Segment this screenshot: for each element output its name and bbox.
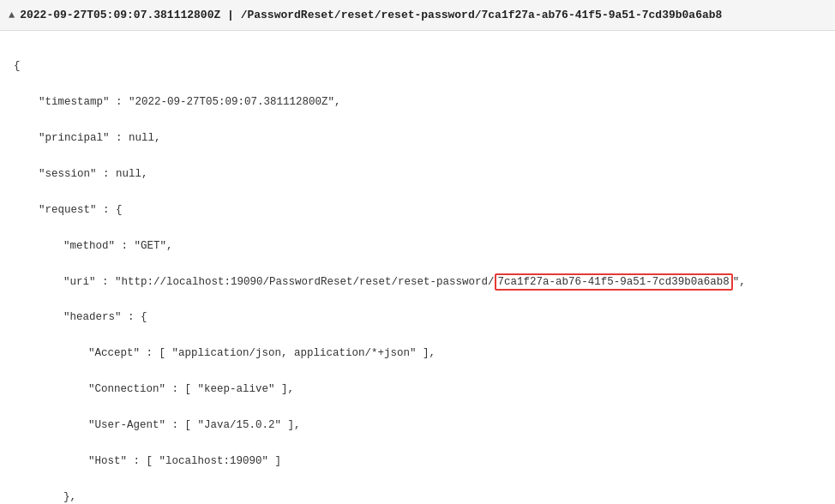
headers-key: "headers" : {	[63, 311, 147, 323]
header-title: 2022-09-27T05:09:07.381112800Z | /Passwo…	[20, 9, 722, 21]
user-agent-key: "User-Agent" : [ "Java/15.0.2" ],	[88, 419, 301, 431]
connection-key: "Connection" : [ "keep-alive" ],	[88, 383, 294, 395]
json-content-area: { "timestamp" : "2022-09-27T05:09:07.381…	[0, 31, 835, 504]
log-entry-header[interactable]: ▲ 2022-09-27T05:09:07.381112800Z | /Pass…	[0, 0, 835, 31]
timestamp-key: "timestamp" : "2022-09-27T05:09:07.38111…	[39, 96, 341, 108]
uri-key: "uri" : "http://localhost:19090/Password…	[63, 273, 746, 291]
collapse-arrow-icon[interactable]: ▲	[9, 9, 15, 21]
uri-highlight: 7ca1f27a-ab76-41f5-9a51-7cd39b0a6ab8	[495, 273, 733, 291]
host-key: "Host" : [ "localhost:19090" ]	[88, 455, 281, 467]
request-key: "request" : {	[39, 204, 123, 216]
principal-key: "principal" : null,	[39, 132, 161, 144]
session-key: "session" : null,	[39, 168, 148, 180]
method-key: "method" : "GET",	[63, 240, 173, 252]
headers-close: },	[63, 491, 76, 503]
json-display: { "timestamp" : "2022-09-27T05:09:07.381…	[14, 39, 821, 504]
accept-key: "Accept" : [ "application/json, applicat…	[88, 347, 436, 359]
